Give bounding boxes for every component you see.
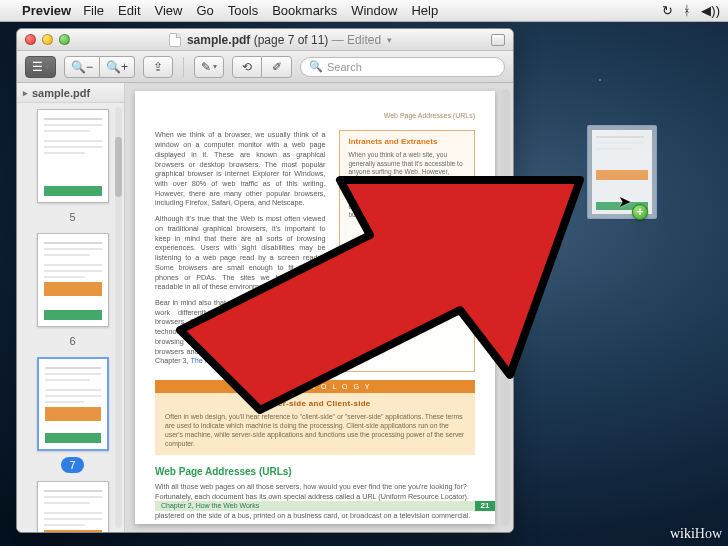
menu-help[interactable]: Help [411, 3, 438, 18]
menu-edit[interactable]: Edit [118, 3, 140, 18]
window-titlebar[interactable]: sample.pdf (page 7 of 11) — Edited ▾ [17, 29, 513, 51]
window-title[interactable]: sample.pdf (page 7 of 11) — Edited ▾ [76, 33, 485, 47]
magnifier-plus-icon: 🔍+ [106, 60, 128, 74]
pencil-icon: ✎ [201, 60, 211, 74]
scrollbar-thumb[interactable] [501, 219, 510, 339]
running-head: Web Page Addresses (URLs) [155, 111, 475, 120]
thumbnail-page-6[interactable]: 6 [25, 233, 120, 349]
toolbar-separator [183, 57, 184, 77]
menu-window[interactable]: Window [351, 3, 397, 18]
sidebar-callout: Intranets and Extranets When you think o… [339, 130, 475, 372]
menu-go[interactable]: Go [196, 3, 213, 18]
thumbnail-sidebar: ▸ sample.pdf 5 6 7 8 [17, 83, 125, 532]
scrollbar-thumb[interactable] [115, 137, 122, 197]
sidebar-icon: ☰ [32, 60, 43, 74]
markup-button[interactable]: ✎ ▾ [194, 56, 224, 78]
toolbar: ☰ ▾ 🔍− 🔍+ ⇪ ✎ ▾ ⟲ ✐ [17, 51, 513, 83]
document-icon [169, 33, 181, 47]
body-text: When we think of a browser, we usually t… [155, 130, 325, 208]
thumbnail-page-7[interactable]: 7 [25, 357, 120, 473]
menu-file[interactable]: File [83, 3, 104, 18]
terminology-text: Often in web design, you'll hear referen… [165, 413, 465, 448]
thumbnail-image [37, 357, 109, 451]
thumbnail-number: 7 [61, 457, 83, 473]
thumbnail-number: 5 [69, 211, 75, 223]
search-placeholder: Search [327, 61, 362, 73]
status-sync-icon[interactable]: ↻ [662, 3, 673, 18]
search-icon: 🔍 [309, 60, 323, 73]
main-column: When we think of a browser, we usually t… [155, 130, 325, 372]
window-minimize-button[interactable] [42, 34, 53, 45]
sidebar-scrollbar[interactable] [115, 107, 122, 528]
thumbnail-page-8[interactable]: 8 [25, 481, 120, 532]
inline-link: The Nature of Web Design [190, 356, 275, 365]
window-title-text: sample.pdf (page 7 of 11) — Edited [187, 33, 381, 47]
window-traffic-lights [25, 34, 70, 45]
rotate-button[interactable]: ⟲ [232, 56, 262, 78]
search-input[interactable]: 🔍 Search [300, 57, 505, 77]
thumbnail-image [37, 233, 109, 327]
copy-plus-badge-icon: + [632, 204, 648, 220]
sidebar-toggle-button[interactable]: ☰ ▾ [25, 56, 56, 78]
footer-page-number: 21 [475, 501, 495, 512]
menu-view[interactable]: View [155, 3, 183, 18]
magnifier-minus-icon: 🔍− [71, 60, 93, 74]
annotate-button[interactable]: ✐ [262, 56, 292, 78]
terminology-label: T E R M I N O L O G Y [155, 380, 475, 393]
document-page: Web Page Addresses (URLs) When we think … [135, 91, 495, 524]
window-fullscreen-button[interactable] [491, 34, 505, 46]
page-footer: Chapter 2, How the Web Works 21 [155, 498, 495, 514]
body-text: Although it's true that the Web is most … [155, 214, 325, 292]
zoom-in-button[interactable]: 🔍+ [100, 56, 135, 78]
document-scrollbar[interactable] [501, 89, 510, 526]
thumbnail-list[interactable]: 5 6 7 8 [17, 103, 124, 532]
rotate-icon: ⟲ [242, 60, 252, 74]
preview-window: sample.pdf (page 7 of 11) — Edited ▾ ☰ ▾… [16, 28, 514, 533]
thumbnail-image [37, 109, 109, 203]
watermark: wikiHow [670, 526, 722, 542]
share-icon: ⇪ [153, 60, 163, 74]
body-text: Bear in mind also that your web pages ma… [155, 298, 325, 366]
window-close-button[interactable] [25, 34, 36, 45]
footer-chapter: Chapter 2, How the Web Works [155, 501, 475, 510]
section-heading: Web Page Addresses (URLs) [155, 465, 475, 479]
chevron-down-icon: ▾ [45, 62, 49, 71]
sidebar-filename: sample.pdf [32, 87, 90, 99]
disclosure-icon[interactable]: ▸ [23, 88, 28, 98]
callout-heading: Intranets and Extranets [348, 137, 466, 148]
thumbnail-number: 6 [69, 335, 75, 347]
sidebar-header[interactable]: ▸ sample.pdf [17, 83, 124, 103]
annotate-icon: ✐ [272, 60, 282, 74]
app-menu[interactable]: Preview [22, 3, 71, 18]
thumbnail-page-5[interactable]: 5 [25, 109, 120, 225]
terminology-box: T E R M I N O L O G Y Server-side and Cl… [155, 380, 475, 455]
terminology-title: Server-side and Client-side [165, 399, 465, 410]
cursor-icon: ➤ [618, 192, 631, 211]
status-volume-icon[interactable]: ◀)) [701, 3, 720, 18]
document-area[interactable]: Web Page Addresses (URLs) When we think … [125, 83, 513, 532]
menubar: Preview File Edit View Go Tools Bookmark… [0, 0, 728, 22]
chevron-down-icon: ▾ [213, 62, 217, 71]
window-content: ▸ sample.pdf 5 6 7 8 [17, 83, 513, 532]
menu-bookmarks[interactable]: Bookmarks [272, 3, 337, 18]
menu-tools[interactable]: Tools [228, 3, 258, 18]
window-zoom-button[interactable] [59, 34, 70, 45]
status-bluetooth-icon[interactable]: ᚼ [683, 3, 691, 18]
title-dropdown-icon[interactable]: ▾ [387, 35, 392, 45]
callout-text: When you think of a web site, you genera… [348, 151, 466, 220]
thumbnail-image [37, 481, 109, 532]
share-button[interactable]: ⇪ [143, 56, 173, 78]
zoom-out-button[interactable]: 🔍− [64, 56, 100, 78]
